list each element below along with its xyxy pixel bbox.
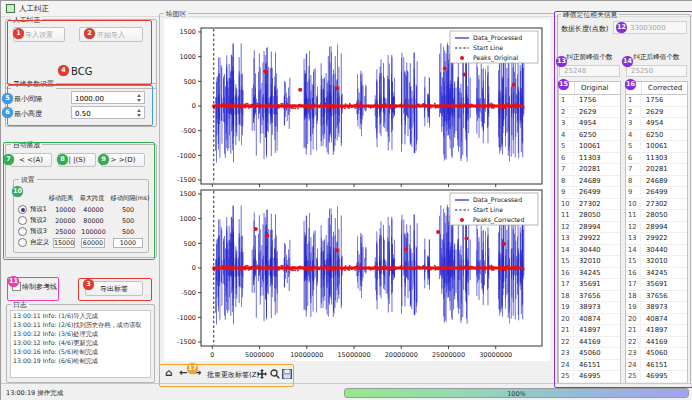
peak-params-title: 寻峰参数设置 [11,79,56,89]
save-icon[interactable] [282,369,292,379]
badge-14: 14 [622,56,633,67]
svg-text:-1000: -1000 [177,152,196,160]
badge-17: 17 [187,363,198,374]
badge-9: 9 [98,154,109,165]
badge-16: 16 [625,79,636,90]
plot-canvas[interactable]: 150010005000-500-1000-1500Data_Processed… [1,1,692,400]
svg-text:1500: 1500 [179,190,196,198]
svg-text:Peaks_Corrected: Peaks_Corrected [473,216,524,224]
svg-text:-500: -500 [181,289,196,297]
svg-text:30000000: 30000000 [479,351,512,359]
badge-8: 8 [57,154,68,165]
svg-text:Start Line: Start Line [473,44,503,51]
badge-6: 6 [2,107,13,118]
svg-text:10000000: 10000000 [290,351,323,359]
svg-text:0: 0 [192,264,196,272]
svg-text:25000000: 25000000 [432,351,465,359]
svg-text:20000000: 20000000 [385,351,418,359]
badge-4: 4 [58,65,69,76]
badge-12: 12 [616,22,627,33]
svg-text:500: 500 [184,240,196,248]
log-title: 日志 [11,300,29,310]
badge-5: 5 [2,93,13,104]
svg-text:-1500: -1500 [177,338,196,346]
autoplay-title: 自动播放 [11,140,42,150]
plot-area-title: 绘图区 [164,9,188,19]
svg-text:15000000: 15000000 [337,351,370,359]
badge-10: 10 [12,186,23,197]
svg-text:-1000: -1000 [177,314,196,322]
svg-text:-500: -500 [181,127,196,135]
badge-2: 2 [84,28,95,39]
svg-text:1500: 1500 [179,28,196,36]
svg-text:Peaks_Original: Peaks_Original [473,54,519,62]
svg-text:0: 0 [192,102,196,110]
svg-text:0: 0 [210,351,214,359]
badge-1: 1 [13,28,24,39]
svg-text:Data_Processed: Data_Processed [473,196,522,204]
svg-text:Data_Processed: Data_Processed [473,34,522,42]
app-window: 人工纠正 人工纠正 导入设置 开始导入 BCG 寻峰参数设置 最小间隔 1000… [0,0,692,400]
badge-15: 15 [558,79,569,90]
svg-text:Start Line: Start Line [473,206,503,213]
svg-text:-1500: -1500 [177,176,196,184]
svg-text:5000000: 5000000 [245,351,274,359]
zoom-icon[interactable] [270,369,280,379]
svg-text:1000: 1000 [179,215,196,223]
manual-group-title: 人工纠正 [11,15,42,25]
badge-3: 3 [83,279,94,290]
status-text: 13:00:19 操作完成 [6,389,63,398]
badge-11: 11 [8,276,19,287]
svg-text:1000: 1000 [179,53,196,61]
pan-icon[interactable] [257,369,267,379]
peak-info-title: 峰值定位相关信息 [561,10,619,20]
badge-7: 7 [3,154,14,165]
badge-13: 13 [556,56,567,67]
svg-text:500: 500 [184,78,196,86]
settings-title: 设置 [19,175,37,185]
